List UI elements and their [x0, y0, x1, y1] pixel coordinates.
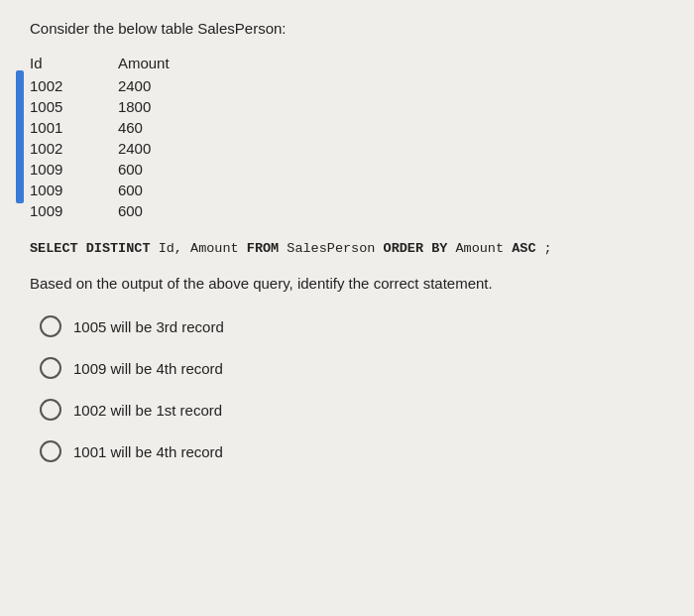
cell-amount: 600 [118, 159, 228, 180]
sql-keyword-asc: ASC [512, 241, 535, 256]
cell-id: 1001 [30, 117, 118, 138]
cell-id: 1009 [30, 180, 118, 200]
radio-button-1[interactable] [40, 315, 61, 337]
intro-text: Consider the below table SalesPerson: [30, 20, 664, 37]
cell-amount: 600 [118, 180, 228, 200]
option-item-2[interactable]: 1009 will be 4th record [40, 357, 664, 379]
cell-amount: 2400 [118, 75, 228, 96]
cell-id: 1002 [30, 75, 118, 96]
cell-id: 1005 [30, 96, 118, 117]
sql-semicolon: ; [544, 241, 552, 256]
sql-keyword-by: BY [431, 241, 447, 256]
salesperson-table: Id Amount 100224001005180010014601002240… [30, 53, 228, 221]
cell-id: 1002 [30, 138, 118, 159]
cell-id: 1009 [30, 200, 118, 221]
page-container: Consider the below table SalesPerson: Id… [0, 0, 694, 482]
radio-button-2[interactable] [40, 357, 61, 379]
table-row: 1009600 [30, 159, 228, 180]
sql-table-name: SalesPerson [287, 241, 375, 256]
option-label-4: 1001 will be 4th record [73, 443, 223, 460]
option-label-2: 1009 will be 4th record [73, 360, 223, 377]
cell-amount: 600 [118, 200, 228, 221]
table-row: 10051800 [30, 96, 228, 117]
cell-amount: 1800 [118, 96, 228, 117]
option-label-3: 1002 will be 1st record [73, 402, 222, 419]
table-row: 1009600 [30, 200, 228, 221]
based-on-text: Based on the output of the above query, … [30, 273, 664, 294]
table-row: 10022400 [30, 138, 228, 159]
sql-keyword-distinct: DISTINCT [86, 241, 151, 256]
options-section: 1005 will be 3rd record1009 will be 4th … [30, 315, 664, 462]
sql-id: Id, [159, 241, 182, 256]
table-row: 10022400 [30, 75, 228, 96]
sql-keyword-order: ORDER [384, 241, 424, 256]
table-row: 1001460 [30, 117, 228, 138]
radio-button-3[interactable] [40, 399, 61, 421]
option-item-4[interactable]: 1001 will be 4th record [40, 440, 664, 462]
cell-id: 1009 [30, 159, 118, 180]
option-label-1: 1005 will be 3rd record [73, 318, 224, 335]
option-item-1[interactable]: 1005 will be 3rd record [40, 315, 664, 337]
sql-order-amount: Amount [455, 241, 504, 256]
sql-keyword-select: SELECT [30, 241, 78, 256]
cell-amount: 2400 [118, 138, 228, 159]
col-header-id: Id [30, 53, 118, 75]
cell-amount: 460 [118, 117, 228, 138]
radio-button-4[interactable] [40, 440, 61, 462]
table-section: Id Amount 100224001005180010014601002240… [30, 53, 664, 221]
sql-keyword-from: FROM [247, 241, 279, 256]
sql-amount-text: Amount [190, 241, 239, 256]
blue-accent-bar [16, 70, 24, 203]
sql-code: SELECT DISTINCT Id, Amount FROM SalesPer… [30, 239, 664, 259]
col-header-amount: Amount [118, 53, 228, 75]
option-item-3[interactable]: 1002 will be 1st record [40, 399, 664, 421]
table-row: 1009600 [30, 180, 228, 200]
